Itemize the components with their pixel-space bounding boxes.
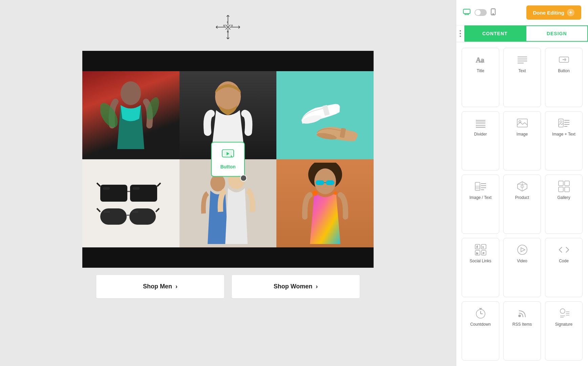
button-icon (558, 54, 570, 66)
product-icon-svg (516, 180, 528, 192)
dots-menu[interactable] (456, 25, 464, 42)
mobile-icon[interactable] (491, 8, 496, 17)
desktop-icon[interactable] (463, 9, 470, 17)
product-icon (516, 180, 528, 192)
canvas-area: G O I N (0, 0, 456, 366)
svg-point-41 (334, 191, 337, 195)
image-text-icon-svg (558, 117, 570, 129)
done-editing-label: Done Editing (533, 10, 565, 16)
svg-rect-44 (463, 9, 470, 14)
component-social-links[interactable]: f t in P Social Links (462, 238, 499, 297)
countdown-label: Countdown (470, 322, 491, 327)
svg-point-40 (312, 190, 318, 196)
components-grid: Aa Title Text (456, 42, 588, 366)
video-label: Video (517, 259, 527, 263)
tabs-row: CONTENT DESIGN (456, 25, 588, 42)
tab-content[interactable]: CONTENT (464, 25, 526, 42)
done-editing-button[interactable]: Done Editing + (526, 5, 582, 20)
divider-icon (475, 117, 487, 129)
text-icon-svg (516, 54, 528, 66)
svg-text:O: O (231, 24, 233, 27)
email-content: Button (82, 51, 374, 268)
grid-cell-colorful-woman (276, 159, 374, 247)
signature-label: Signature (555, 322, 572, 327)
svg-rect-31 (132, 211, 138, 213)
preview-toggle[interactable] (475, 9, 487, 16)
component-image-slash-text[interactable]: Image / Text (462, 175, 499, 234)
svg-text:in: in (476, 252, 478, 255)
done-editing-plus-icon: + (567, 9, 574, 16)
sunglasses-illustration (88, 169, 173, 237)
floating-button-widget[interactable]: Button (211, 142, 245, 177)
svg-rect-23 (103, 187, 110, 190)
grid-cell-fashion (82, 71, 180, 159)
component-divider[interactable]: Divider (462, 111, 499, 170)
tab-design[interactable]: DESIGN (526, 25, 588, 42)
sidebar-header: Done Editing + (456, 0, 588, 25)
brand-logo: G O I N (214, 14, 241, 41)
email-footer-black (82, 247, 374, 268)
component-rss-items[interactable]: RSS Items (503, 301, 541, 361)
component-image-text[interactable]: Image + Text (545, 111, 583, 170)
svg-rect-24 (133, 187, 140, 190)
countdown-icon (475, 307, 487, 319)
component-image[interactable]: Image (503, 111, 541, 170)
device-controls (463, 8, 496, 17)
cursor-indicator (240, 175, 247, 182)
logo-area: G O I N (214, 14, 241, 41)
svg-text:I: I (227, 21, 228, 23)
component-text[interactable]: Text (503, 48, 541, 107)
countdown-icon-svg (475, 307, 487, 319)
floating-button-overlay[interactable]: Button (211, 142, 245, 177)
svg-rect-80 (559, 181, 563, 186)
svg-line-28 (97, 208, 100, 212)
shop-men-arrow: › (175, 283, 177, 290)
svg-line-22 (157, 183, 161, 186)
gallery-icon-svg (558, 180, 570, 192)
social-links-icon-svg: f t in P (475, 244, 487, 256)
svg-text:G: G (223, 24, 225, 27)
mobile-icon-svg (491, 8, 496, 15)
dot-1 (460, 30, 461, 32)
button-icon-svg (558, 54, 570, 66)
product-label: Product (515, 195, 529, 200)
video-icon (516, 244, 528, 256)
svg-point-92 (518, 245, 527, 255)
component-code[interactable]: Code (545, 238, 583, 297)
component-countdown[interactable]: Countdown (462, 301, 499, 361)
svg-point-100 (560, 309, 565, 313)
button-widget-label: Button (220, 164, 235, 169)
divider-icon-svg (475, 117, 487, 129)
social-links-label: Social Links (469, 259, 491, 263)
gallery-label: Gallery (557, 195, 570, 200)
component-button[interactable]: Button (545, 48, 583, 107)
signature-icon (558, 307, 570, 319)
fashion-woman-illustration (100, 75, 161, 156)
shop-women-button[interactable]: Shop Women › (231, 274, 360, 299)
svg-text:Aa: Aa (476, 56, 484, 64)
shop-men-button[interactable]: Shop Men › (96, 274, 225, 299)
sidebar: Done Editing + CONTENT DESIGN Aa Title (456, 0, 588, 366)
component-signature[interactable]: Signature (545, 301, 583, 361)
email-header-black (82, 51, 374, 71)
svg-rect-81 (565, 181, 569, 186)
svg-rect-37 (316, 180, 324, 185)
code-label: Code (559, 259, 569, 263)
title-icon: Aa (475, 54, 487, 66)
signature-icon-svg (558, 307, 570, 319)
component-product[interactable]: Product (503, 175, 541, 234)
image-label: Image (517, 132, 528, 137)
svg-rect-83 (565, 187, 569, 192)
component-title[interactable]: Aa Title (462, 48, 499, 107)
desktop-icon-svg (463, 9, 470, 15)
grid-cell-sunglasses (82, 159, 180, 247)
title-label: Title (477, 68, 484, 73)
rss-icon-svg (516, 307, 528, 319)
shop-women-label: Shop Women (274, 283, 313, 290)
svg-point-99 (519, 315, 521, 317)
button-icon-svg (222, 149, 234, 159)
component-video[interactable]: Video (503, 238, 541, 297)
component-gallery[interactable]: Gallery (545, 175, 583, 234)
svg-rect-72 (476, 186, 480, 189)
video-icon-svg (516, 244, 528, 256)
